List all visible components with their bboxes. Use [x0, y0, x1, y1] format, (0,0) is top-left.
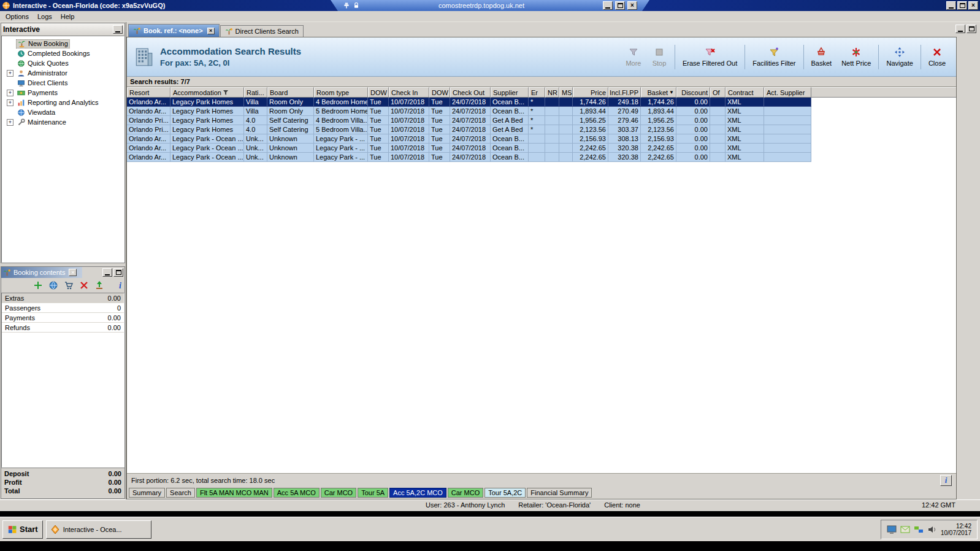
- bottom-tab-search[interactable]: Search: [166, 488, 195, 498]
- tab-book-ref-none[interactable]: Book. ref.: <none>×: [128, 24, 220, 37]
- result-cell: Unk...: [244, 153, 267, 161]
- bottom-tab-tour-5a-2c[interactable]: Tour 5A,2C: [484, 488, 526, 498]
- rdp-close-button[interactable]: ×: [627, 1, 637, 10]
- column-header-act-supplier[interactable]: Act. Supplier: [764, 87, 811, 98]
- bottom-tab-tour-5a[interactable]: Tour 5A: [358, 488, 388, 498]
- expand-icon[interactable]: +: [7, 90, 13, 96]
- pin-icon[interactable]: [343, 2, 350, 9]
- column-header-er[interactable]: Er: [529, 87, 545, 98]
- menu-options[interactable]: Options: [1, 12, 33, 21]
- rdp-minimize-button[interactable]: [603, 1, 613, 10]
- sidebar-item-reporting-and-analytics[interactable]: +Reporting and Analytics: [2, 98, 124, 107]
- column-header-dow[interactable]: DOW: [368, 87, 389, 98]
- tab-close-icon[interactable]: ×: [207, 28, 215, 34]
- booking-row-payments[interactable]: Payments0.00: [2, 313, 124, 323]
- facilities-filter-button[interactable]: Facilities Filter: [748, 45, 800, 68]
- booking-contents-minimize-button[interactable]: [102, 268, 112, 277]
- result-row[interactable]: Orlando Pri...Legacy Park Homes4.0Self C…: [127, 116, 811, 125]
- column-header-check-out[interactable]: Check Out: [450, 87, 491, 98]
- display-icon[interactable]: [887, 525, 897, 534]
- info-icon[interactable]: i: [115, 280, 125, 290]
- window-minimize-button[interactable]: [946, 1, 956, 10]
- column-header-discount[interactable]: Discount: [676, 87, 710, 98]
- result-row[interactable]: Orlando Pri...Legacy Park Homes4.0Self C…: [127, 125, 811, 134]
- column-header-check-in[interactable]: Check In: [389, 87, 429, 98]
- delete-icon[interactable]: [79, 280, 89, 290]
- result-row[interactable]: Orlando Ar...Legacy Park - Ocean ...Unk.…: [127, 134, 811, 144]
- booking-row-passengers[interactable]: Passengers0: [2, 303, 124, 313]
- sidebar-item-quick-quotes[interactable]: Quick Quotes: [2, 58, 124, 68]
- start-button[interactable]: Start: [2, 520, 43, 539]
- rdp-restore-button[interactable]: [615, 1, 625, 10]
- close-button[interactable]: Close: [924, 45, 950, 68]
- column-header-of[interactable]: Of: [710, 87, 725, 98]
- column-header-price[interactable]: Price: [573, 87, 608, 98]
- export-icon[interactable]: [94, 280, 104, 290]
- result-cell: 24/07/2018: [450, 153, 491, 161]
- booking-contents-close-icon[interactable]: ×: [69, 269, 77, 276]
- result-cell: 270.49: [608, 107, 641, 115]
- bottom-tab-car-mco[interactable]: Car MCO: [321, 488, 356, 498]
- bottom-tab-flt-5a-man-mco-man[interactable]: Flt 5A MAN MCO MAN: [196, 488, 272, 498]
- cart-icon[interactable]: [64, 280, 74, 290]
- navigate-button[interactable]: Navigate: [882, 45, 917, 68]
- column-header-incl-fl-pp[interactable]: Incl.Fl.PP: [608, 87, 641, 98]
- bottom-tab-summary[interactable]: Summary: [129, 488, 165, 498]
- bottom-tab-acc-5a-mco[interactable]: Acc 5A MCO: [274, 488, 320, 498]
- bottom-tab-acc-5a-2c-mco[interactable]: Acc 5A,2C MCO: [389, 488, 446, 498]
- expand-icon[interactable]: +: [7, 99, 13, 106]
- column-header-supplier[interactable]: Supplier: [491, 87, 529, 98]
- globe-icon[interactable]: [48, 280, 58, 290]
- menu-help[interactable]: Help: [56, 12, 79, 21]
- taskbar-task-button[interactable]: Interactive - Ocea...: [46, 520, 151, 539]
- add-icon[interactable]: [33, 280, 43, 290]
- sidebar-item-completed-bookings[interactable]: Completed Bookings: [2, 48, 124, 58]
- basket-button[interactable]: Basket: [807, 45, 836, 68]
- sidebar-item-viewdata[interactable]: Viewdata: [2, 107, 124, 117]
- tab-direct-clients-search[interactable]: Direct Clients Search: [220, 25, 304, 37]
- result-row[interactable]: Orlando Ar...Legacy Park - Ocean ...Unk.…: [127, 153, 811, 162]
- column-header-basket[interactable]: Basket▼: [641, 87, 676, 98]
- toolbar-separator: [878, 45, 879, 69]
- booking-row-extras[interactable]: Extras0.00: [2, 293, 124, 303]
- tree-item-content: Administrator: [16, 69, 69, 77]
- expand-icon[interactable]: +: [7, 70, 13, 77]
- booking-row-refunds[interactable]: Refunds0.00: [2, 323, 124, 333]
- menu-logs[interactable]: Logs: [33, 12, 56, 21]
- column-header-room-type[interactable]: Room type: [314, 87, 368, 98]
- window-maximize-button[interactable]: [957, 1, 967, 10]
- column-header-ms[interactable]: MS: [559, 87, 573, 98]
- result-cell: [764, 134, 811, 143]
- column-header-accommodation[interactable]: Accommodation: [170, 87, 244, 98]
- column-header-nr[interactable]: NR: [545, 87, 559, 98]
- result-cell: Tue: [429, 116, 450, 125]
- nett-price-button[interactable]: Nett Price: [837, 45, 875, 68]
- mdi-restore-button[interactable]: [967, 25, 976, 33]
- sidebar-item-new-booking[interactable]: New Booking: [2, 39, 124, 48]
- column-header-resort[interactable]: Resort: [127, 87, 170, 98]
- sidebar-item-payments[interactable]: +Payments: [2, 88, 124, 98]
- result-row[interactable]: Orlando Ar...Legacy Park HomesVillaRoom …: [127, 98, 811, 107]
- result-cell: XML: [725, 125, 764, 134]
- result-row[interactable]: Orlando Ar...Legacy Park - Ocean ...Unk.…: [127, 144, 811, 153]
- mdi-minimize-button[interactable]: [955, 25, 965, 33]
- result-row[interactable]: Orlando Ar...Legacy Park HomesVillaRoom …: [127, 107, 811, 116]
- column-header-rati[interactable]: Rati...: [244, 87, 267, 98]
- bottom-tab-car-mco[interactable]: Car MCO: [448, 488, 483, 498]
- info-button[interactable]: i: [940, 475, 952, 486]
- sidebar-item-direct-clients[interactable]: Direct Clients: [2, 78, 124, 88]
- mail-icon[interactable]: [900, 525, 910, 534]
- sidebar-item-maintenance[interactable]: +Maintenance: [2, 117, 124, 127]
- bottom-tab-financial-summary[interactable]: Financial Summary: [527, 488, 592, 498]
- booking-contents-restore-button[interactable]: [113, 268, 123, 277]
- expand-icon[interactable]: +: [7, 119, 13, 126]
- column-header-board[interactable]: Board: [267, 87, 314, 98]
- column-header-contract[interactable]: Contract: [725, 87, 764, 98]
- interactive-panel-collapse-button[interactable]: [113, 25, 123, 34]
- column-header-dow[interactable]: DOW: [429, 87, 450, 98]
- sidebar-item-administrator[interactable]: +Administrator: [2, 68, 124, 78]
- window-close-button[interactable]: ×: [968, 1, 978, 10]
- erase-filtered-out-button[interactable]: Erase Filtered Out: [678, 45, 741, 68]
- network-icon[interactable]: [914, 525, 924, 534]
- volume-icon[interactable]: [927, 525, 937, 534]
